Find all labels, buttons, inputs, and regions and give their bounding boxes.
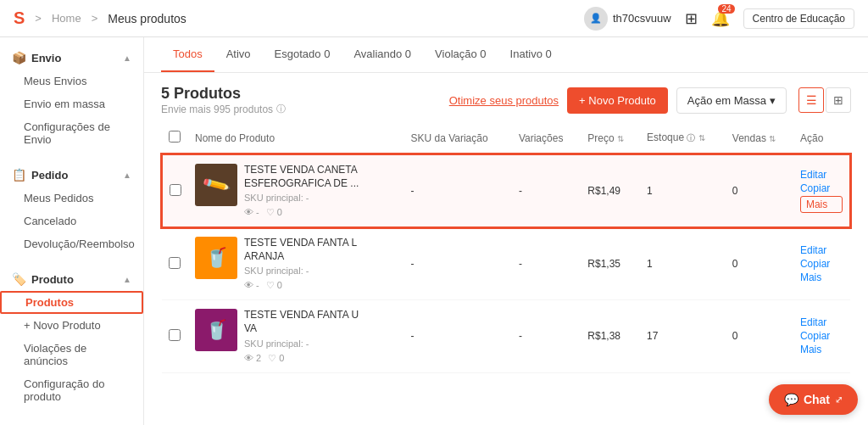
product-image-1: ✏️ — [195, 164, 237, 206]
row3-more-button[interactable]: Mais — [800, 344, 843, 355]
tabs-bar: Todos Ativo Esgotado 0 Avaliando 0 Viola… — [144, 37, 868, 73]
tab-ativo[interactable]: Ativo — [214, 37, 263, 72]
sidebar-item-meus-envios[interactable]: Meus Envios — [0, 70, 143, 92]
row2-copy-button[interactable]: Copiar — [800, 258, 843, 270]
row1-copy-button[interactable]: Copiar — [800, 182, 843, 194]
row3-checkbox[interactable] — [169, 329, 181, 341]
row1-more-button[interactable]: Mais — [800, 196, 843, 213]
sidebar-section-produto: 🏷️ Produto ▲ Produtos + Novo Produto Vio… — [0, 259, 143, 411]
breadcrumb-home[interactable]: Home — [52, 12, 81, 25]
main-inner: Todos Ativo Esgotado 0 Avaliando 0 Viola… — [144, 37, 868, 425]
mass-action-button[interactable]: Ação em Massa ▾ — [676, 87, 787, 114]
list-view-button[interactable]: ☰ — [798, 87, 824, 113]
notification-badge: 24 — [718, 4, 734, 14]
table-header: Nome do Produto SKU da Variação Variaçõe… — [162, 122, 850, 154]
row1-sales: 0 — [726, 154, 793, 227]
sidebar-item-violacoes[interactable]: Violações de anúncios — [0, 337, 143, 372]
col-stock[interactable]: Estoque ⓘ ⇅ — [640, 122, 726, 154]
col-variations: Variações — [512, 122, 581, 154]
sidebar-section-envio: 📦 Envio ▲ Meus Envios Envio em massa Con… — [0, 37, 143, 154]
sidebar-section-pedido-title: 📋 Pedido — [12, 168, 68, 182]
table-row: 🥤 TESTE VENDA FANTA L ARANJA SKU princip… — [162, 227, 850, 300]
products-count: 5 Produtos Envie mais 995 produtos ⓘ — [161, 85, 286, 115]
chat-icon: 💬 — [784, 393, 798, 406]
tab-avaliando[interactable]: Avaliando 0 — [342, 37, 423, 72]
row1-checkbox[interactable] — [170, 184, 181, 196]
table-row: 🥤 TESTE VENDA FANTA U VA SKU principal: … — [162, 300, 850, 372]
row3-variations: - — [512, 300, 581, 372]
row1-edit-button[interactable]: Editar — [800, 169, 843, 181]
views-icon-3: 👁 2 — [244, 353, 261, 364]
row3-copy-button[interactable]: Copiar — [800, 330, 843, 342]
row3-stock: 17 — [640, 300, 726, 372]
sidebar-item-produtos[interactable]: Produtos — [0, 291, 143, 314]
tab-esgotado[interactable]: Esgotado 0 — [263, 37, 342, 72]
row2-checkbox[interactable] — [169, 257, 181, 269]
sidebar-item-config-envio[interactable]: Configurações de Envio — [0, 115, 143, 151]
sidebar-section-pedido-header[interactable]: 📋 Pedido ▲ — [0, 163, 143, 187]
sidebar-item-config-produto[interactable]: Configuração do produto — [0, 372, 143, 408]
new-product-button[interactable]: + Novo Produto — [567, 87, 668, 114]
breadcrumb-current: Meus produtos — [108, 12, 186, 25]
row3-edit-button[interactable]: Editar — [800, 316, 843, 328]
products-table: Nome do Produto SKU da Variação Variaçõe… — [161, 122, 851, 373]
product-info-3: TESTE VENDA FANTA U VA SKU principal: - … — [244, 309, 363, 363]
sidebar-section-marketing-header[interactable]: 📢 Central de Marketing ▲ — [0, 420, 143, 425]
header-actions: Otimize seus produtos + Novo Produto Açã… — [449, 87, 851, 114]
product-sku-1: SKU principal: - — [244, 193, 363, 203]
col-sales[interactable]: Vendas ⇅ — [726, 122, 793, 154]
col-name: Nome do Produto — [188, 122, 403, 154]
chat-button[interactable]: 💬 Chat ⤢ — [769, 384, 858, 415]
shopee-logo: S — [14, 8, 25, 28]
table-body: ✏️ TESTE VENDA CANETA ESFEROGRAFICA DE .… — [162, 154, 850, 372]
col-sku: SKU da Variação — [403, 122, 511, 154]
product-info-1: TESTE VENDA CANETA ESFEROGRAFICA DE ... … — [244, 164, 363, 218]
notification-icon[interactable]: 🔔 24 — [711, 9, 730, 28]
envio-chevron: ▲ — [123, 53, 131, 63]
product-image-2: 🥤 — [195, 237, 237, 279]
row3-actions: Editar Copiar Mais — [800, 316, 843, 355]
row2-stock: 1 — [640, 227, 726, 300]
header-user: 👤 th70csvuuw — [584, 7, 671, 31]
info-icon: ⓘ — [687, 133, 695, 143]
row1-sku: - — [403, 154, 511, 227]
produto-icon: 🏷️ — [12, 272, 26, 286]
product-name-3: TESTE VENDA FANTA U VA — [244, 309, 363, 335]
row1-price: R$1,49 — [581, 154, 640, 227]
col-price[interactable]: Preço ⇅ — [581, 122, 640, 154]
col-action: Ação — [793, 122, 850, 154]
content-header: 5 Produtos Envie mais 995 produtos ⓘ Oti… — [144, 73, 868, 122]
tab-violacao[interactable]: Violação 0 — [423, 37, 498, 72]
sidebar-section-produto-header[interactable]: 🏷️ Produto ▲ — [0, 267, 143, 291]
grid-view-button[interactable]: ⊞ — [826, 87, 851, 113]
layout: 📦 Envio ▲ Meus Envios Envio em massa Con… — [0, 37, 868, 425]
tab-inativo[interactable]: Inativo 0 — [498, 37, 564, 72]
tab-todos[interactable]: Todos — [161, 37, 214, 72]
sidebar-section-marketing: 📢 Central de Marketing ▲ Central de Mark… — [0, 411, 143, 425]
sidebar-item-devolucao[interactable]: Devolução/Reembolso — [0, 232, 143, 255]
optimize-button[interactable]: Otimize seus produtos — [449, 94, 559, 107]
breadcrumb-sep2: > — [92, 12, 98, 25]
sidebar-section-pedido: 📋 Pedido ▲ Meus Pedidos Cancelado Devolu… — [0, 154, 143, 259]
info-icon: ⓘ — [276, 103, 286, 115]
views-icon: 👁 - — [244, 207, 259, 218]
chat-expand-icon: ⤢ — [835, 394, 843, 405]
breadcrumb-sep: > — [35, 12, 42, 25]
apps-icon[interactable]: ⊞ — [685, 9, 698, 28]
sidebar-item-novo-produto[interactable]: + Novo Produto — [0, 314, 143, 337]
sidebar-section-envio-header[interactable]: 📦 Envio ▲ — [0, 46, 143, 70]
edu-button[interactable]: Centro de Educação — [743, 8, 854, 29]
product-stats-1: 👁 - ♡ 0 — [244, 207, 363, 218]
select-all-checkbox[interactable] — [169, 131, 181, 143]
product-image-3: 🥤 — [195, 309, 237, 351]
username: th70csvuuw — [613, 12, 671, 25]
row2-more-button[interactable]: Mais — [800, 271, 843, 283]
row2-price: R$1,35 — [581, 227, 640, 300]
view-toggle: ☰ ⊞ — [798, 87, 851, 113]
sidebar-item-meus-pedidos[interactable]: Meus Pedidos — [0, 187, 143, 210]
sidebar-item-envio-massa[interactable]: Envio em massa — [0, 92, 143, 115]
row2-edit-button[interactable]: Editar — [800, 244, 843, 256]
row3-sku: - — [403, 300, 511, 372]
sidebar-item-cancelado[interactable]: Cancelado — [0, 210, 143, 232]
row3-price: R$1,38 — [581, 300, 640, 372]
